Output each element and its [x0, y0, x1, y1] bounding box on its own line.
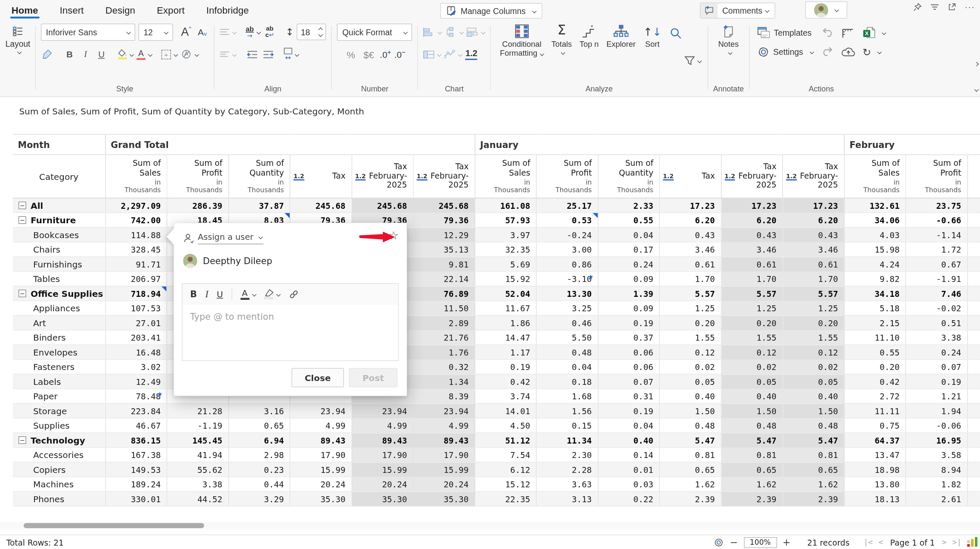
last-page-button[interactable]: >|: [952, 538, 962, 547]
table-cell[interactable]: 0.19: [598, 404, 660, 418]
row-header[interactable]: Envelopes: [13, 345, 105, 360]
table-cell[interactable]: 0.05: [783, 374, 844, 389]
table-cell[interactable]: 35.30: [290, 492, 352, 506]
table-cell[interactable]: 0.48: [721, 418, 783, 433]
table-cell[interactable]: 836.15: [105, 433, 167, 448]
zoom-level[interactable]: 100%: [744, 537, 777, 548]
collapse-toggle[interactable]: [19, 436, 26, 444]
prev-page-button[interactable]: <: [878, 538, 883, 547]
search-button[interactable]: [665, 22, 686, 42]
table-cell[interactable]: 1.34: [413, 374, 475, 389]
column-group-header-february[interactable]: February: [844, 134, 968, 155]
table-cell[interactable]: 0.86: [536, 257, 598, 272]
table-cell[interactable]: 4.99: [352, 418, 413, 433]
table-cell[interactable]: 0.06: [598, 345, 660, 360]
table-cell[interactable]: 32.35: [475, 242, 536, 257]
table-cell[interactable]: 0.48: [659, 418, 721, 433]
table-cell[interactable]: 1.25: [783, 301, 844, 316]
table-cell[interactable]: 34.06: [844, 213, 906, 228]
table-cell[interactable]: 0.44: [228, 477, 290, 492]
table-cell[interactable]: 0.05: [659, 374, 721, 389]
table-cell[interactable]: 35.13: [413, 242, 475, 257]
table-cell[interactable]: 0.24: [598, 257, 660, 272]
table-cell[interactable]: 15.98: [844, 242, 906, 257]
collapse-toggle[interactable]: [19, 216, 26, 224]
table-cell[interactable]: 3.63: [536, 477, 598, 492]
table-cell[interactable]: 15.99: [290, 462, 352, 477]
table-cell[interactable]: 0.42: [475, 374, 536, 389]
table-cell[interactable]: 15.99: [413, 462, 475, 477]
measure-header[interactable]: Sum of Salesin Thousands: [105, 155, 167, 198]
sparkline-icon[interactable]: [444, 46, 462, 63]
measure-header[interactable]: Sum of Profitin Thousands: [167, 155, 228, 198]
table-cell[interactable]: 245.68: [290, 198, 352, 213]
table-cell[interactable]: 0.24: [906, 345, 967, 360]
table-cell[interactable]: 2.28: [536, 462, 598, 477]
row-header[interactable]: Copiers: [13, 462, 105, 477]
table-cell[interactable]: 0.48: [536, 345, 598, 360]
table-cell[interactable]: 3.46: [721, 242, 783, 257]
table-cell[interactable]: 0.20: [659, 316, 721, 330]
table-cell[interactable]: 2.89: [413, 316, 475, 330]
clear-formatting-button[interactable]: [181, 46, 199, 63]
table-cell[interactable]: 5.47: [783, 433, 844, 448]
table-cell[interactable]: 57.93: [475, 213, 536, 228]
table-cell[interactable]: 27.01: [105, 316, 167, 330]
refresh-button[interactable]: ↻: [863, 46, 886, 58]
table-cell[interactable]: 0.02: [659, 359, 721, 374]
table-cell[interactable]: 2.98: [228, 447, 290, 462]
table-cell[interactable]: 12.49: [105, 374, 167, 389]
layout-chart-icon[interactable]: [467, 24, 485, 40]
focus-mode-icon[interactable]: [930, 2, 939, 11]
table-cell[interactable]: 3.46: [659, 242, 721, 257]
table-cell[interactable]: 1.21: [906, 389, 967, 404]
table-cell[interactable]: 23.94: [290, 404, 352, 418]
table-cell[interactable]: 0.15: [536, 418, 598, 433]
table-cell[interactable]: 0.20: [721, 316, 783, 330]
table-cell[interactable]: 6.20: [659, 213, 721, 228]
number-format-badge[interactable]: 1.2: [293, 172, 304, 180]
table-cell[interactable]: 5.57: [659, 286, 721, 301]
table-cell[interactable]: 8.94: [906, 462, 967, 477]
number-format-badge[interactable]: 1.2: [786, 172, 797, 180]
table-cell[interactable]: 114.88: [105, 228, 167, 242]
table-cell[interactable]: 3.13: [536, 492, 598, 506]
table-cell[interactable]: 9.82: [844, 271, 906, 286]
table-cell[interactable]: 1.55: [659, 330, 721, 345]
table-cell[interactable]: -0.02: [906, 301, 967, 316]
tab-export[interactable]: Export: [156, 2, 186, 18]
borders-button[interactable]: +: [162, 46, 178, 63]
font-color-button[interactable]: A: [240, 289, 256, 300]
fill-color-button[interactable]: [117, 46, 134, 63]
measure-header[interactable]: Sum of Salesin Thousands: [844, 155, 906, 198]
user-avatar-button[interactable]: [805, 1, 847, 19]
table-cell[interactable]: 0.19: [598, 316, 660, 330]
row-header[interactable]: Appliances: [13, 301, 105, 316]
publish-button[interactable]: [841, 47, 855, 57]
filter-button[interactable]: [684, 56, 701, 65]
table-cell[interactable]: 0.40: [598, 433, 660, 448]
table-cell[interactable]: 2.15: [844, 316, 906, 330]
table-cell[interactable]: 51.12: [475, 433, 536, 448]
table-cell[interactable]: 2.33: [598, 198, 660, 213]
sort-button[interactable]: ↑↓ Sort: [639, 22, 665, 49]
table-cell[interactable]: 0.81: [659, 447, 721, 462]
vertical-align-icon[interactable]: [219, 24, 236, 40]
table-cell[interactable]: 0.61: [721, 257, 783, 272]
table-cell[interactable]: 34.18: [844, 286, 906, 301]
tab-home[interactable]: Home: [10, 2, 40, 18]
table-cell[interactable]: 64.37: [844, 433, 906, 448]
table-cell[interactable]: 0.01: [598, 462, 660, 477]
post-button[interactable]: Post: [349, 368, 398, 387]
table-cell[interactable]: 3.38: [167, 477, 228, 492]
table-cell[interactable]: 1.86: [475, 316, 536, 330]
table-cell[interactable]: 0.12: [721, 345, 783, 360]
table-cell[interactable]: 8.39: [413, 389, 475, 404]
table-cell[interactable]: 1.70: [721, 271, 783, 286]
table-cell[interactable]: 0.55: [844, 345, 906, 360]
category-header[interactable]: Category: [13, 155, 105, 198]
table-cell[interactable]: 13.47: [844, 447, 906, 462]
row-header[interactable]: All: [13, 198, 105, 213]
underline-button[interactable]: U: [217, 289, 223, 299]
table-cell[interactable]: 44.52: [167, 492, 228, 506]
